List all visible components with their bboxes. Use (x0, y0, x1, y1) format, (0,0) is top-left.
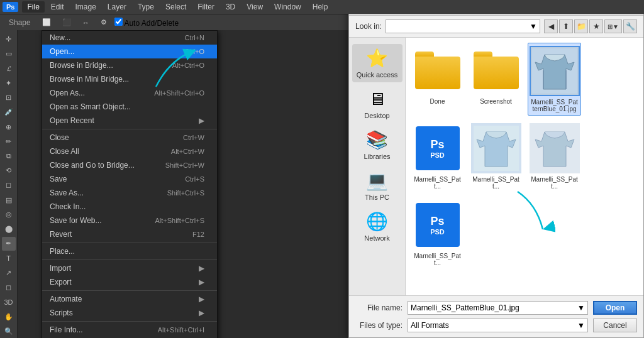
menu-view[interactable]: View (242, 1, 268, 13)
nav-item-quick-access[interactable]: ⭐ Quick access (352, 44, 402, 82)
nav-bookmark-button[interactable]: ★ (589, 19, 603, 33)
menu-item-open-shortcut: Ctrl+O (184, 48, 204, 55)
tool-shape[interactable]: ◻ (2, 281, 16, 294)
menu-image[interactable]: Image (70, 1, 101, 13)
tool-history[interactable]: ⟲ (2, 164, 16, 177)
tool-text[interactable]: T (2, 252, 16, 265)
menu-item-smart-object[interactable]: Open as Smart Object... (42, 100, 217, 114)
tool-eraser[interactable]: ◻ (2, 178, 16, 192)
menu-item-open-label: Open... (50, 47, 74, 56)
nav-item-desktop[interactable]: 🖥 Desktop (352, 85, 402, 123)
menu-item-close[interactable]: Close Ctrl+W (42, 131, 217, 144)
file-item-marnelli-1[interactable]: Marnelli_SS_PatternBlue_01.jpg (528, 43, 581, 116)
file-item-psd-2[interactable]: Ps PSD Marnelli_SS_Patt... (411, 197, 464, 269)
tool-brush[interactable]: ✏ (2, 135, 16, 148)
menu-item-save-as-label: Save As... (50, 188, 84, 197)
file-name-marnelli-1: Marnelli_SS_PatternBlue_01.jpg (531, 99, 578, 112)
open-button[interactable]: Open (593, 301, 637, 315)
tool-clone[interactable]: ⧉ (2, 150, 16, 163)
toolbar-btn-3[interactable]: ↔ (79, 18, 93, 28)
file-item-psd-1[interactable]: Ps PSD Marnelli_SS_Patt... (411, 121, 464, 192)
tool-crop[interactable]: ⊡ (2, 91, 16, 104)
canvas-area: New... Ctrl+N Open... Ctrl+O Browse in B… (18, 30, 338, 338)
nav-up-button[interactable]: ⬆ (559, 19, 573, 33)
nav-item-network[interactable]: 🌐 Network (352, 207, 402, 246)
tool-blur[interactable]: ◎ (2, 208, 16, 221)
file-thumb-marnelli-1 (530, 46, 580, 96)
menu-bar: Ps File Edit Image Layer Type Select Fil… (0, 0, 644, 14)
auto-add-delete-checkbox[interactable] (114, 18, 123, 26)
menu-item-recent[interactable]: Open Recent ▶ (42, 114, 217, 128)
lookin-dropdown[interactable]: ▼ (386, 19, 540, 33)
nav-item-this-pc[interactable]: 💻 This PC (352, 166, 402, 205)
menu-item-open[interactable]: Open... Ctrl+O (42, 45, 217, 58)
menu-item-import[interactable]: Import ▶ (42, 261, 217, 275)
menu-item-scripts[interactable]: Scripts ▶ (42, 306, 217, 320)
tool-select[interactable]: ▭ (2, 47, 16, 60)
toolbar-btn-2[interactable]: ⬛ (58, 17, 75, 28)
menu-item-automate-label: Automate (50, 295, 82, 303)
tool-lasso[interactable]: 𝓛 (2, 62, 16, 75)
toolbar-btn-1[interactable]: ⬜ (38, 17, 55, 28)
nav-tools-button[interactable]: 🔧 (623, 19, 637, 33)
menu-item-close-bridge[interactable]: Close and Go to Bridge... Shift+Ctrl+W (42, 158, 217, 172)
menu-item-bridge[interactable]: Browse in Bridge... Alt+Ctrl+O (42, 58, 217, 72)
menu-item-mini-bridge[interactable]: Browse in Mini Bridge... (42, 72, 217, 86)
file-item-done[interactable]: Done (411, 43, 464, 116)
tool-path-select[interactable]: ↗ (2, 266, 16, 280)
lookin-label: Look in: (355, 22, 382, 31)
menu-help[interactable]: Help (308, 1, 333, 13)
file-name-marnelli-3: Marnelli_SS_Patt... (530, 176, 579, 190)
dialog-bottom: File name: Marnelli_SS_PattemBlue_01.jpg… (349, 295, 643, 337)
menu-item-close-all[interactable]: Close All Alt+Ctrl+W (42, 144, 217, 158)
menu-item-save-web[interactable]: Save for Web... Alt+Shift+Ctrl+S (42, 214, 217, 227)
menu-item-new[interactable]: New... Ctrl+N (42, 31, 217, 45)
menu-item-save-as[interactable]: Save As... Shift+Ctrl+S (42, 186, 217, 200)
file-item-screenshot[interactable]: Screenshot (469, 43, 523, 116)
menu-item-export[interactable]: Export ▶ (42, 275, 217, 289)
file-item-marnelli-3[interactable]: Marnelli_SS_Patt... (528, 121, 581, 192)
tool-3d[interactable]: 3D (2, 295, 16, 308)
tool-move[interactable]: ✛ (2, 33, 16, 46)
menu-item-close-all-shortcut: Alt+Ctrl+W (171, 148, 204, 155)
nav-item-quick-access-label: Quick access (357, 71, 397, 79)
nav-view-button[interactable]: ⊞▼ (604, 19, 622, 33)
menu-item-export-arrow: ▶ (199, 278, 204, 286)
menu-3d[interactable]: 3D (221, 1, 240, 13)
menu-item-place[interactable]: Place... (42, 244, 217, 258)
menu-layer[interactable]: Layer (103, 1, 131, 13)
tool-magic-wand[interactable]: ✦ (2, 77, 16, 90)
filename-input[interactable]: Marnelli_SS_PattemBlue_01.jpg ▼ (408, 301, 588, 315)
menu-item-save[interactable]: Save Ctrl+S (42, 172, 217, 186)
lookin-nav-buttons: ◀ ⬆ 📁 ★ ⊞▼ 🔧 (544, 19, 637, 33)
menu-item-revert[interactable]: Revert F12 (42, 227, 217, 241)
tools-panel: ✛ ▭ 𝓛 ✦ ⊡ 💉 ⊕ ✏ ⧉ ⟲ ◻ ▤ ◎ ⬤ ✒ T ↗ ◻ 3D ✋… (0, 30, 18, 338)
tool-dodge[interactable]: ⬤ (2, 222, 16, 236)
tool-zoom[interactable]: 🔍 (2, 325, 16, 338)
menu-window[interactable]: Window (269, 1, 306, 13)
nav-back-button[interactable]: ◀ (544, 19, 558, 33)
nav-create-folder-button[interactable]: 📁 (574, 19, 588, 33)
tool-gradient[interactable]: ▤ (2, 194, 16, 207)
filetype-input[interactable]: All Formats ▼ (408, 319, 588, 332)
file-name-psd-2: Marnelli_SS_Patt... (413, 253, 462, 266)
file-item-marnelli-2[interactable]: Marnelli_SS_Patt... (469, 121, 523, 192)
menu-item-check-in[interactable]: Check In... (42, 200, 217, 214)
menu-item-file-info[interactable]: File Info... Alt+Shift+Ctrl+I (42, 323, 217, 337)
nav-item-libraries-label: Libraries (364, 153, 390, 160)
menu-select[interactable]: Select (160, 1, 191, 13)
toolbar-btn-4[interactable]: ⚙ (97, 17, 111, 28)
tool-eyedropper[interactable]: 💉 (2, 106, 16, 119)
tool-pen[interactable]: ✒ (2, 237, 16, 250)
cancel-button[interactable]: Cancel (593, 319, 637, 332)
menu-filter[interactable]: Filter (192, 1, 219, 13)
menu-item-automate[interactable]: Automate ▶ (42, 292, 217, 306)
menu-type[interactable]: Type (133, 1, 159, 13)
tool-healing[interactable]: ⊕ (2, 120, 16, 133)
tool-hand[interactable]: ✋ (2, 310, 16, 323)
menu-item-open-as[interactable]: Open As... Alt+Shift+Ctrl+O (42, 86, 217, 100)
desktop-icon: 🖥 (369, 89, 386, 109)
menu-edit[interactable]: Edit (46, 1, 69, 13)
nav-item-libraries[interactable]: 📚 Libraries (352, 126, 402, 164)
menu-file[interactable]: File (22, 1, 44, 13)
